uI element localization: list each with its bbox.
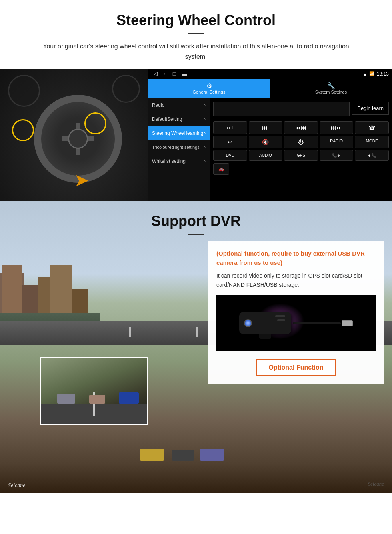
dvr-desc-text: It can record video only to storage in G… (216, 271, 376, 289)
ctrl-prev-track[interactable]: ⏮⏮ (284, 121, 318, 134)
ctrl-gps[interactable]: GPS (284, 150, 318, 161)
page-title: Steering Wheel Control (16, 12, 376, 29)
dvr-title: Support DVR (0, 213, 392, 230)
arrow-icon: › (204, 144, 206, 150)
menu-item-radio[interactable]: Radio › (148, 98, 210, 112)
settings-menu-left: Radio › DefaultSetting › Steering Wheel … (148, 98, 210, 201)
seicane-watermark-1: Seicane (8, 482, 26, 489)
dvr-optional-text: (Optional function, require to buy exter… (216, 249, 376, 267)
settings-gear-icon: ⚙ (150, 82, 268, 90)
ctrl-next-track[interactable]: ⏭⏭ (320, 121, 354, 134)
arrow-icon: › (204, 130, 206, 136)
settings-menu-right: Begin learn ⏮+ ⏮- ⏮⏮ ⏭⏭ ☎ ↩ 🔇 ⏻ RADIO MO… (210, 98, 392, 201)
ctrl-dvd[interactable]: DVD (213, 150, 247, 161)
steering-composite: ➤ ◁ ○ □ ▬ ▲ 📶 13:13 ⚙ General Settings (0, 69, 392, 201)
menu-item-tricoloured[interactable]: Tricoloured light settings › (148, 140, 210, 154)
seicane-watermark-2: Seicane (368, 481, 384, 487)
dvr-section-header: Support DVR (0, 201, 392, 239)
tab-system-settings[interactable]: 🔧 System Settings (270, 79, 392, 98)
begin-learn-row: Begin learn (213, 102, 389, 118)
section-steering-wheel: Steering Wheel Control Your original car… (0, 0, 392, 62)
signal-icon: ▲ (363, 72, 367, 76)
ctrl-mode[interactable]: MODE (355, 136, 389, 148)
android-statusbar: ◁ ○ □ ▬ ▲ 📶 13:13 (148, 69, 392, 79)
dvr-title-divider (188, 234, 204, 235)
optional-function-container: Optional Function (216, 357, 376, 376)
dvr-camera-image (216, 295, 376, 351)
settings-menu-area: Radio › DefaultSetting › Steering Wheel … (148, 98, 392, 201)
bottom-icon-row: 🚗 (213, 163, 389, 175)
left-button-highlight (12, 119, 34, 141)
menu-icon: ▬ (182, 71, 187, 77)
ctrl-next-call[interactable]: ⏭📞 (355, 150, 389, 161)
system-icon: 🔧 (272, 82, 390, 90)
section-dvr: Support DVR (Optional function, require … (0, 201, 392, 493)
ctrl-prev-call[interactable]: 📞⏮ (320, 150, 354, 161)
ctrl-vol-up[interactable]: ⏮+ (213, 121, 247, 134)
tab-general-settings[interactable]: ⚙ General Settings (148, 79, 270, 98)
menu-item-whitelist[interactable]: Whitelist setting › (148, 154, 210, 168)
android-ui-panel: ◁ ○ □ ▬ ▲ 📶 13:13 ⚙ General Settings 🔧 S… (148, 69, 392, 201)
arrow-icon: › (204, 116, 206, 122)
title-divider (188, 33, 204, 34)
subtitle-text: Your original car's steering wheel contr… (32, 41, 360, 62)
ctrl-vol-down[interactable]: ⏮- (249, 121, 283, 134)
ctrl-phone[interactable]: ☎ (355, 121, 389, 134)
back-icon: ◁ (154, 71, 158, 77)
arrow-icon: › (204, 102, 206, 108)
control-buttons-grid: ⏮+ ⏮- ⏮⏮ ⏭⏭ ☎ ↩ 🔇 ⏻ RADIO MODE DVD AUDIO… (213, 121, 389, 161)
dvr-preview-image (40, 357, 148, 425)
home-icon: ○ (164, 71, 167, 77)
ctrl-extra[interactable]: 🚗 (213, 163, 229, 175)
ctrl-mute[interactable]: 🔇 (249, 136, 283, 148)
statusbar-time: 13:13 (377, 71, 389, 77)
ctrl-audio[interactable]: AUDIO (249, 150, 283, 161)
arrow-indicator: ➤ (74, 170, 89, 191)
menu-item-steering[interactable]: Steering Wheel learning › (148, 126, 210, 140)
begin-learn-button[interactable]: Begin learn (352, 102, 389, 115)
ctrl-hang-up[interactable]: ↩ (213, 136, 247, 148)
menu-item-defaultsetting[interactable]: DefaultSetting › (148, 112, 210, 126)
arrow-icon: › (204, 158, 206, 164)
steering-wheel-image: ➤ (0, 69, 148, 201)
nav-bar: ◁ ○ □ ▬ (151, 70, 190, 78)
optional-function-button[interactable]: Optional Function (256, 359, 336, 376)
dvr-info-box: (Optional function, require to buy exter… (208, 241, 384, 384)
right-button-highlight (84, 112, 106, 134)
ctrl-power[interactable]: ⏻ (284, 136, 318, 148)
android-tabs: ⚙ General Settings 🔧 System Settings (148, 79, 392, 98)
learn-input-area (213, 102, 350, 116)
ctrl-radio[interactable]: RADIO (320, 136, 354, 148)
wifi-icon: 📶 (369, 71, 375, 76)
recents-icon: □ (173, 71, 176, 77)
